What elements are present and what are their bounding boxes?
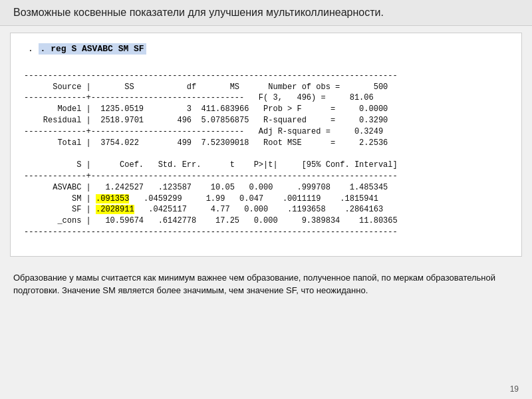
- header-row: Source | SS df MS Number of obs = 500: [24, 82, 388, 92]
- blank-row: [24, 149, 29, 158]
- command-text: . reg S ASVABC SM SF: [39, 43, 146, 55]
- slide-title: Возможные косвенные показатели для улучш…: [0, 0, 532, 26]
- explanation-text: Образование у мамы считается как минимум…: [0, 263, 532, 301]
- sm-row: SM | .091353 .0459299 1.99 0.047 .001111…: [24, 194, 378, 203]
- total-row: Total | 3754.022 499 7.52309018 Root MSE…: [24, 138, 388, 148]
- stata-command: . . reg S ASVABC SM SF: [24, 41, 508, 57]
- fstat-row: -------------+--------------------------…: [24, 93, 374, 102]
- page-number: 19: [510, 384, 519, 394]
- command-dot: .: [28, 44, 39, 54]
- sep3-row: -------------+--------------------------…: [24, 172, 398, 181]
- bottom-separator: ----------------------------------------…: [24, 227, 398, 237]
- sm-coef: .091353: [96, 194, 129, 203]
- sf-coef: .2028911: [96, 205, 134, 214]
- sf-row: SF | .2028911 .0425117 4.77 0.000 .11936…: [24, 205, 383, 214]
- model-row: Model | 1235.0519 3 411.683966 Prob > F …: [24, 104, 388, 114]
- coef-header: S | Coef. Std. Err. t P>|t| [95% Conf. I…: [24, 160, 398, 170]
- stata-output: ----------------------------------------…: [24, 59, 508, 249]
- content-area: . . reg S ASVABC SM SF -----------------…: [10, 33, 522, 257]
- cons-row: _cons | 10.59674 .6142778 17.25 0.000 9.…: [24, 216, 398, 225]
- resid-row: Residual | 2518.9701 496 5.07856875 R-sq…: [24, 116, 388, 125]
- sep2-row: -------------+--------------------------…: [24, 127, 383, 136]
- separator-top: ----------------------------------------…: [24, 71, 398, 80]
- asvabc-row: ASVABC | 1.242527 .123587 10.05 0.000 .9…: [24, 183, 388, 192]
